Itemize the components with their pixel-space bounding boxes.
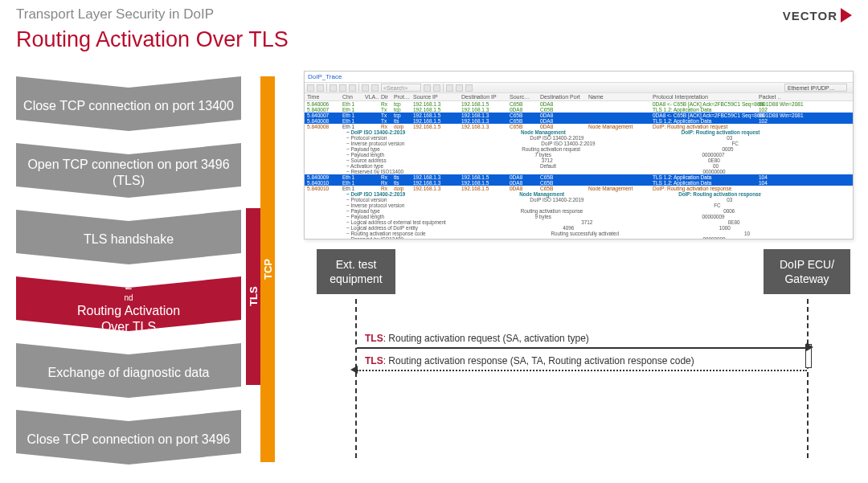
column-header[interactable]: Protocol Interpretation <box>653 94 757 100</box>
msg-text: : Routing activation request (SA, activa… <box>383 333 589 344</box>
column-header[interactable]: Dir <box>381 94 392 100</box>
detail-line: ~ DoIP ISO 13400-2:2019Node ManagementDo… <box>305 191 853 197</box>
protocol-filter[interactable]: Ethernet IP/UDP… <box>784 84 847 92</box>
trace-row[interactable]: 5.840007Eth 1Txtcp192.168.1.5192.168.1.3… <box>305 113 853 118</box>
tls-tag: TLS <box>365 333 383 344</box>
actor-test-equipment: Ext. test equipment <box>317 249 395 294</box>
logo-text: VECTOR <box>783 9 837 23</box>
step-5: Exchange of diagnostic data <box>16 343 241 398</box>
logo-arrow-icon <box>841 8 852 23</box>
trace-row[interactable]: 5.840008Eth 1Txtls192.168.1.5192.168.1.3… <box>305 118 853 124</box>
page-title: Routing Activation Over TLS <box>16 27 289 52</box>
actor-label: DoIP ECU/ <box>768 257 845 272</box>
trace-row[interactable]: 5.840007Eth 1Txtcp192.168.1.5192.168.1.3… <box>305 107 853 113</box>
column-header[interactable]: Sourc… <box>510 94 538 100</box>
msg-text: : Routing activation response (SA, TA, R… <box>383 355 694 366</box>
lifeline-left <box>355 299 357 458</box>
tcp-bar: TCP <box>260 76 275 462</box>
toolbar-icon[interactable] <box>371 84 379 92</box>
toolbar-separator <box>443 84 444 92</box>
detail-line: ~ DoIP ISO 13400-2:2019Node ManagementDo… <box>305 129 853 135</box>
toolbar-icon[interactable] <box>424 84 431 92</box>
detail-line: ~ Payload typeRouting activation request… <box>305 146 853 152</box>
detail-line: ~ Logical address of external test equip… <box>305 219 853 225</box>
lifeline-right <box>807 299 809 458</box>
column-header[interactable]: Source IP <box>413 94 460 100</box>
trace-header-row: TimeChnVLA…DirProt…Source IPDestination … <box>305 93 853 101</box>
toolbar-icon[interactable] <box>362 84 369 92</box>
toolbar-icon[interactable] <box>446 84 453 92</box>
detail-line: ~ Source address37120E80 <box>305 158 853 163</box>
detail-line: ~ Reserved by ISO1340000000000 <box>305 169 853 174</box>
actor-label: Gateway <box>768 272 845 286</box>
step-1: Close TCP connection on port 13400 <box>16 76 241 131</box>
trace-rows: 5.840006Eth 1Rxtcp192.168.1.3192.168.1.5… <box>305 101 853 239</box>
toolbar-separator <box>326 84 327 92</box>
detail-line: ~ Activation typeDefault00 <box>305 163 853 169</box>
toolbar-icon[interactable] <box>349 84 356 92</box>
subtitle: Transport Layer Security in DoIP <box>16 6 214 23</box>
trace-row[interactable]: 5.840008Eth 1Rxdoip192.168.1.5192.168.1.… <box>305 124 853 129</box>
detail-line: ~ Payload length7 bytes00000007 <box>305 152 853 158</box>
trace-row[interactable]: 5.840010Eth 1Rxdoip192.168.1.3192.168.1.… <box>305 186 853 191</box>
column-header[interactable]: Destination Port <box>540 94 587 100</box>
trace-toolbar[interactable]: <Search> Ethernet IP/UDP… <box>305 82 853 93</box>
trace-row[interactable]: 5.840010Eth 1Rxtls192.168.1.3192.168.1.5… <box>305 180 853 186</box>
trace-row[interactable]: 5.840009Eth 1Rxtls192.168.1.3192.168.1.5… <box>305 174 853 180</box>
step-3: TLS handshake <box>16 210 241 264</box>
toolbar-separator <box>358 84 359 92</box>
column-header[interactable]: Name <box>588 94 651 100</box>
toolbar-icon[interactable] <box>465 84 473 92</box>
step-2: Open TCP connection on port 3496 (TLS) <box>16 143 241 198</box>
detail-line: ~ Inverse protocol versionFC <box>305 203 853 208</box>
trace-window: DoIP_Trace <Search> Ethernet IP/UDP… Tim… <box>304 71 854 239</box>
vector-logo: VECTOR <box>783 8 852 23</box>
detail-line: ~ Reserved by ISO1340000000000 <box>305 236 853 239</box>
trace-row[interactable]: 5.840006Eth 1Rxtcp192.168.1.3192.168.1.5… <box>305 101 853 107</box>
actor-label: Ext. test <box>321 257 391 272</box>
actor-doip-gateway: DoIP ECU/ Gateway <box>764 249 850 294</box>
step-6: Close TCP connection on port 3496 <box>16 410 241 465</box>
step-4-active: 2nd Routing ActivationOver TLS <box>16 276 241 331</box>
steps-column: Close TCP connection on port 13400 Open … <box>16 76 241 477</box>
column-header[interactable]: Time <box>307 94 341 100</box>
toolbar-icon[interactable] <box>317 84 324 92</box>
toolbar-icon[interactable] <box>307 84 314 92</box>
tls-bar: TLS <box>246 208 260 385</box>
actor-label: equipment <box>321 272 391 286</box>
detail-line: ~ Protocol versionDoIP ISO 13400-2:20190… <box>305 197 853 203</box>
arrow-left-icon <box>350 366 358 374</box>
toolbar-icon[interactable] <box>433 84 440 92</box>
toolbar-icon[interactable] <box>330 84 337 92</box>
column-header[interactable]: Prot… <box>394 94 411 100</box>
detail-line: ~ Inverse protocol versionDoIP ISO 13400… <box>305 141 853 146</box>
column-header[interactable]: VLA… <box>365 94 379 100</box>
tls-tag: TLS <box>365 355 383 366</box>
column-header[interactable]: Packet … <box>759 94 781 100</box>
toolbar-icon[interactable] <box>456 84 463 92</box>
arrow-right-icon <box>806 343 813 351</box>
search-input[interactable]: <Search> <box>381 84 421 92</box>
detail-line: ~ Payload typeRouting activation respons… <box>305 208 853 214</box>
sequence-diagram: Ext. test equipment DoIP ECU/ Gateway TL… <box>304 249 854 458</box>
column-header[interactable]: Destination IP <box>461 94 508 100</box>
detail-line: ~ Routing activation response codeRoutin… <box>305 231 853 236</box>
detail-line: ~ Payload length9 bytes00000009 <box>305 214 853 219</box>
detail-line: ~ Protocol versionDoIP ISO 13400-2:20190… <box>305 135 853 141</box>
toolbar-icon[interactable] <box>339 84 346 92</box>
column-header[interactable]: Chn <box>342 94 363 100</box>
detail-line: ~ Logical address of DoIP entity40961000 <box>305 225 853 231</box>
trace-title: DoIP_Trace <box>305 72 853 82</box>
